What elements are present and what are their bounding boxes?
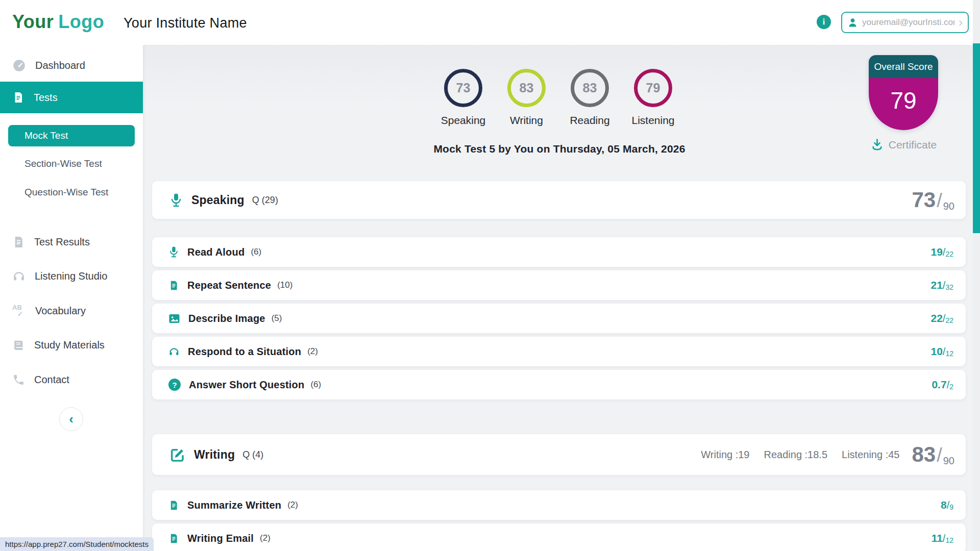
- info-icon[interactable]: i: [817, 15, 831, 29]
- sidebar-item-label: Test Results: [34, 236, 90, 248]
- sidebar-item-label: Vocabulary: [35, 305, 86, 317]
- sidebar-item-label: Contact: [34, 374, 69, 386]
- score-value: 83: [507, 69, 546, 107]
- scrollbar-thumb[interactable]: [973, 43, 980, 233]
- test-title-line: Mock Test 5 by You on Thursday, 05 March…: [355, 143, 764, 155]
- row-writing-email[interactable]: Writing Email (2) 11 / 12: [152, 523, 966, 551]
- question-icon: ?: [168, 379, 181, 391]
- section-question-count: Q (29): [252, 195, 278, 206]
- sidebar: Dashboard Tests Mock Test Section-Wise T…: [0, 45, 143, 551]
- section-name: Writing: [194, 448, 235, 462]
- section-score: 83 / 90: [912, 442, 954, 467]
- row-count: (2): [307, 346, 318, 357]
- row-score: 19 / 22: [931, 246, 954, 258]
- score-circle-listening: 79 Listening: [634, 69, 672, 127]
- headphones-icon: [168, 346, 180, 357]
- sidebar-item-tests[interactable]: Tests: [0, 82, 143, 113]
- row-respond-to-situation[interactable]: Respond to a Situation (2) 10 / 12: [152, 337, 966, 366]
- row-score: 8 / 9: [941, 499, 953, 511]
- row-count: (10): [277, 280, 292, 290]
- chevron-right-icon: ›: [959, 16, 963, 29]
- section-header-speaking[interactable]: Speaking Q (29) 73 / 90: [152, 181, 966, 219]
- row-score: 11 / 12: [932, 532, 953, 544]
- score-label: Listening: [631, 114, 674, 127]
- institute-name: Your Institute Name: [124, 15, 247, 31]
- score-value: 79: [634, 69, 672, 107]
- certificate-label: Certificate: [889, 139, 937, 151]
- edit-icon: [169, 447, 185, 463]
- row-read-aloud[interactable]: Read Aloud (6) 19 / 22: [152, 237, 966, 267]
- headphones-icon: [12, 269, 26, 283]
- main-content: 73 Speaking 83 Writing 83 Reading 79 Lis…: [143, 45, 980, 551]
- logo-part2: Logo: [58, 11, 104, 32]
- microphone-icon: [169, 193, 183, 208]
- sidebar-item-label: Tests: [34, 92, 58, 104]
- sidebar-item-contact[interactable]: Contact: [0, 368, 143, 391]
- row-label: Read Aloud: [187, 246, 244, 258]
- breakdown-listening: Listening :45: [842, 449, 899, 461]
- score-circles: 73 Speaking 83 Writing 83 Reading 79 Lis…: [444, 69, 672, 127]
- score-value: 83: [571, 69, 609, 107]
- row-describe-image[interactable]: Describe Image (5) 22 / 22: [152, 304, 966, 333]
- gauge-icon: [12, 59, 26, 72]
- score-circle-reading: 83 Reading: [571, 69, 609, 127]
- overall-score-badge: Overall Score 79: [869, 55, 938, 130]
- row-count: (5): [272, 313, 282, 323]
- report-icon: [12, 236, 25, 248]
- row-summarize-written[interactable]: Summarize Written (2) 8 / 9: [152, 490, 966, 520]
- row-score: 21 / 32: [931, 279, 954, 291]
- row-count: (2): [260, 533, 271, 543]
- document-icon: [168, 280, 179, 291]
- phone-icon: [12, 373, 25, 386]
- top-header: YourLogo Your Institute Name i youremail…: [0, 0, 980, 45]
- row-repeat-sentence[interactable]: Repeat Sentence (10) 21 / 32: [152, 270, 966, 300]
- subitem-label: Mock Test: [24, 130, 68, 141]
- row-label: Repeat Sentence: [187, 280, 271, 291]
- subitem-label: Question-Wise Test: [24, 187, 108, 198]
- user-account-menu[interactable]: youremail@yourInsti.com ›: [841, 12, 969, 33]
- sidebar-item-dashboard[interactable]: Dashboard: [0, 54, 143, 77]
- score-label: Reading: [570, 114, 609, 127]
- vocabulary-icon: AB ✓: [12, 305, 26, 317]
- book-icon: [12, 339, 25, 352]
- sidebar-item-vocabulary[interactable]: AB ✓ Vocabulary: [0, 299, 143, 322]
- sidebar-collapse-button[interactable]: ‹: [59, 407, 83, 431]
- sidebar-item-test-results[interactable]: Test Results: [0, 231, 143, 253]
- row-count: (2): [287, 500, 298, 510]
- sidebar-subitem-question-wise-test[interactable]: Question-Wise Test: [8, 182, 135, 203]
- image-icon: [168, 313, 180, 324]
- score-circle-speaking: 73 Speaking: [444, 69, 482, 127]
- browser-status-bar: https://app.prep27.com/Student/mocktests: [0, 537, 154, 551]
- score-breakdown: Writing :19 Reading :18.5 Listening :45: [701, 449, 899, 461]
- row-label: Writing Email: [187, 533, 254, 544]
- sidebar-item-study-materials[interactable]: Study Materials: [0, 334, 143, 356]
- row-label: Respond to a Situation: [188, 346, 301, 358]
- app-logo[interactable]: YourLogo: [12, 11, 104, 33]
- sidebar-subitem-mock-test[interactable]: Mock Test: [8, 125, 135, 146]
- sidebar-item-label: Listening Studio: [35, 270, 107, 282]
- row-label: Summarize Written: [187, 499, 281, 511]
- user-email: youremail@yourInsti.com: [862, 17, 954, 28]
- sidebar-item-label: Study Materials: [34, 339, 105, 351]
- status-url: https://app.prep27.com/Student/mocktests: [5, 540, 149, 548]
- sidebar-item-listening-studio[interactable]: Listening Studio: [0, 265, 143, 287]
- row-answer-short-question[interactable]: ? Answer Short Question (6) 0.7 / 2: [152, 370, 966, 399]
- row-label: Answer Short Question: [189, 379, 304, 391]
- section-score: 73 / 90: [912, 188, 954, 212]
- page-scrollbar[interactable]: [973, 0, 980, 551]
- section-header-writing[interactable]: Writing Q (4) Writing :19 Reading :18.5 …: [152, 434, 966, 475]
- row-score: 22 / 22: [931, 312, 954, 324]
- document-icon: [12, 91, 24, 104]
- section-name: Speaking: [191, 193, 244, 207]
- section-question-count: Q (4): [242, 449, 263, 460]
- chevron-left-icon: ‹: [69, 411, 74, 427]
- row-count: (6): [251, 247, 261, 257]
- overall-score-title: Overall Score: [869, 55, 938, 78]
- row-label: Describe Image: [188, 313, 265, 324]
- sidebar-subitem-section-wise-test[interactable]: Section-Wise Test: [8, 153, 135, 174]
- row-count: (6): [310, 380, 321, 390]
- score-value: 73: [444, 69, 482, 107]
- score-circle-writing: 83 Writing: [507, 69, 546, 127]
- certificate-button[interactable]: Certificate: [862, 138, 945, 152]
- breakdown-reading: Reading :18.5: [764, 449, 828, 461]
